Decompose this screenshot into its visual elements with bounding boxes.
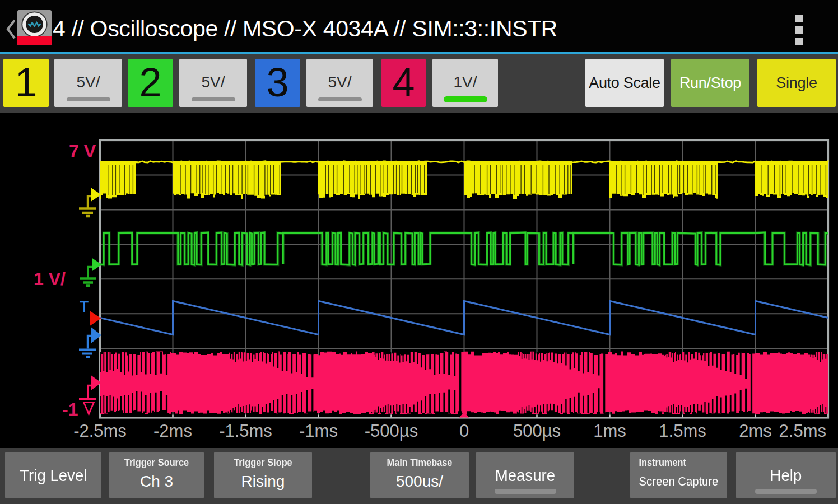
svg-text:-2ms: -2ms — [153, 421, 192, 441]
svg-text:T: T — [80, 298, 89, 315]
svg-text:-2.5ms: -2.5ms — [73, 421, 127, 441]
svg-text:0: 0 — [459, 421, 469, 441]
svg-text:1.5ms: 1.5ms — [659, 421, 706, 441]
svg-text:-1ms: -1ms — [299, 421, 338, 441]
svg-text:2ms: 2ms — [739, 421, 772, 441]
svg-text:-1: -1 — [62, 399, 78, 419]
svg-text:2.5ms: 2.5ms — [779, 421, 826, 441]
svg-text:-500µs: -500µs — [365, 421, 418, 441]
svg-text:1 V/: 1 V/ — [34, 269, 66, 289]
svg-text:-1.5ms: -1.5ms — [219, 421, 272, 441]
svg-text:1ms: 1ms — [593, 421, 626, 441]
svg-text:7 V: 7 V — [69, 141, 96, 161]
svg-text:500µs: 500µs — [513, 421, 561, 441]
